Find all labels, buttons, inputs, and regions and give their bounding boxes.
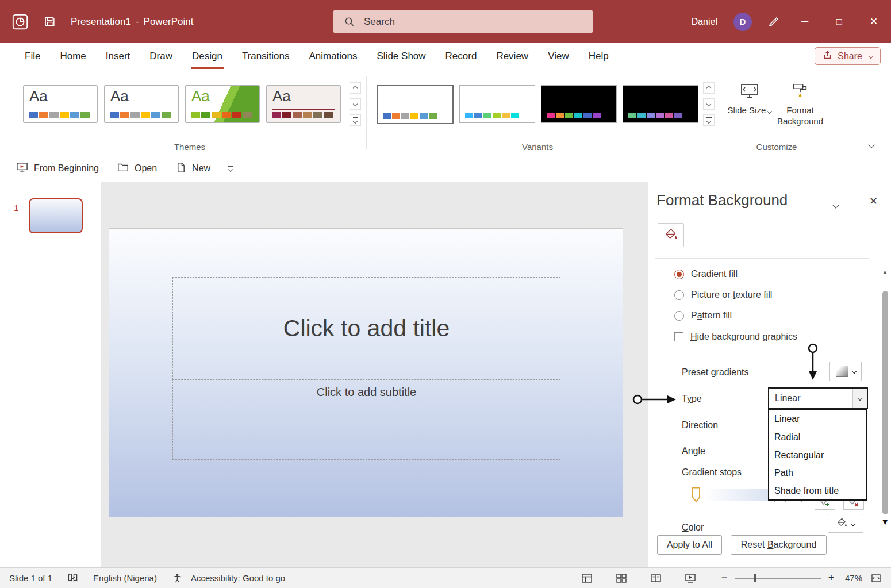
hide-background-graphics-checkbox[interactable]: Hide background graphics bbox=[674, 332, 797, 342]
variant-thumbnail-2[interactable] bbox=[459, 85, 535, 123]
themes-more-icon[interactable] bbox=[350, 114, 361, 126]
collapse-ribbon-icon[interactable] bbox=[866, 140, 877, 149]
menu-item-linear[interactable]: Linear bbox=[769, 410, 866, 428]
accessibility-status[interactable]: Accessibility: Good to go bbox=[191, 573, 285, 583]
accessibility-icon bbox=[172, 572, 183, 583]
variant-thumbnail-1[interactable] bbox=[377, 85, 454, 124]
tab-animations[interactable]: Animations bbox=[299, 43, 367, 69]
theme-thumbnail-4[interactable]: Aa bbox=[266, 85, 341, 123]
variants-scroll-down-icon[interactable] bbox=[703, 98, 715, 110]
new-button[interactable]: New bbox=[166, 155, 220, 182]
color-label: Color bbox=[682, 522, 704, 533]
slide-show-view-icon[interactable] bbox=[684, 572, 697, 584]
zoom-slider[interactable] bbox=[735, 578, 821, 579]
apply-to-all-button[interactable]: Apply to All bbox=[657, 535, 722, 555]
tab-view[interactable]: View bbox=[538, 43, 579, 69]
theme-preview-text: Aa bbox=[110, 87, 129, 105]
theme-thumbnail-3[interactable]: Aa bbox=[185, 85, 260, 123]
tab-home[interactable]: Home bbox=[50, 43, 95, 69]
subtitle-placeholder[interactable]: Click to add subtitle bbox=[172, 379, 560, 460]
pane-collapse-icon[interactable] bbox=[834, 199, 838, 210]
preset-gradients-dropdown[interactable] bbox=[829, 362, 862, 381]
menu-item-radial[interactable]: Radial bbox=[769, 428, 866, 446]
normal-view-icon[interactable] bbox=[581, 572, 593, 584]
scroll-up-icon[interactable]: ▲ bbox=[882, 268, 888, 275]
tab-design[interactable]: Design bbox=[182, 43, 232, 69]
fit-slide-to-window-icon[interactable] bbox=[870, 572, 882, 584]
pattern-fill-radio[interactable]: Pattern fill bbox=[674, 310, 732, 321]
powerpoint-logo-icon[interactable] bbox=[11, 13, 29, 30]
themes-group-label: Themes bbox=[17, 142, 362, 152]
themes-scroll-down-icon[interactable] bbox=[350, 98, 361, 110]
tab-review[interactable]: Review bbox=[486, 43, 538, 69]
fill-tab-button[interactable] bbox=[658, 223, 684, 247]
variant-thumbnail-4[interactable] bbox=[623, 85, 698, 123]
type-combobox[interactable]: Linear bbox=[768, 387, 868, 409]
slide-thumbnail-panel: 1 bbox=[0, 182, 101, 568]
format-background-button[interactable]: Format Background bbox=[776, 82, 824, 128]
scroll-down-icon[interactable]: ▼ bbox=[881, 517, 889, 526]
variants-scroll-up-icon[interactable] bbox=[703, 82, 715, 94]
variant-thumbnail-3[interactable] bbox=[541, 85, 617, 123]
menu-item-rectangular[interactable]: Rectangular bbox=[769, 446, 866, 464]
theme-thumbnail-1[interactable]: Aa bbox=[23, 85, 98, 123]
zoom-in-button[interactable]: + bbox=[827, 572, 835, 584]
themes-scroll-up-icon[interactable] bbox=[350, 82, 361, 94]
slide[interactable]: Click to add title Click to add subtitle bbox=[109, 229, 623, 517]
title-separator: - bbox=[136, 16, 139, 28]
pane-title: Format Background bbox=[656, 191, 788, 209]
share-button[interactable]: Share bbox=[815, 47, 881, 65]
type-dropdown-menu: Linear Radial Rectangular Path Shade fro… bbox=[768, 409, 867, 501]
chevron-down-icon bbox=[767, 109, 772, 114]
reading-view-icon[interactable] bbox=[650, 572, 662, 584]
tab-draw[interactable]: Draw bbox=[140, 43, 182, 69]
variants-group-label: Variants bbox=[374, 142, 701, 152]
title-placeholder[interactable]: Click to add title bbox=[172, 277, 560, 380]
close-button[interactable]: ✕ bbox=[865, 16, 883, 28]
spell-check-icon[interactable] bbox=[67, 572, 78, 583]
toolbar-overflow-icon[interactable] bbox=[224, 165, 236, 172]
radio-unchecked-icon bbox=[674, 290, 684, 300]
variants-more-icon[interactable] bbox=[703, 114, 715, 126]
gradient-fill-radio[interactable]: Gradient fill bbox=[674, 269, 738, 279]
slide-sorter-view-icon[interactable] bbox=[615, 572, 628, 584]
picture-or-texture-fill-radio[interactable]: Picture or texture fill bbox=[674, 290, 772, 300]
tab-slide-show[interactable]: Slide Show bbox=[367, 43, 436, 69]
gradient-stop-handle-selected[interactable] bbox=[692, 487, 701, 502]
from-beginning-button[interactable]: From Beginning bbox=[7, 155, 108, 182]
zoom-slider-thumb[interactable] bbox=[754, 574, 756, 582]
avatar[interactable]: D bbox=[733, 13, 752, 31]
language-selector[interactable]: English (Nigeria) bbox=[93, 573, 157, 583]
tab-insert[interactable]: Insert bbox=[96, 43, 140, 69]
tab-help[interactable]: Help bbox=[579, 43, 619, 69]
menu-item-path[interactable]: Path bbox=[769, 464, 866, 482]
maximize-button[interactable]: □ bbox=[830, 16, 848, 28]
tab-file[interactable]: File bbox=[15, 43, 50, 69]
menu-item-shade-from-title[interactable]: Shade from title bbox=[769, 482, 866, 499]
reset-background-button[interactable]: Reset Background bbox=[731, 535, 827, 555]
zoom-out-button[interactable]: − bbox=[720, 572, 728, 584]
slideshow-play-icon bbox=[16, 162, 28, 176]
pen-icon[interactable] bbox=[768, 16, 779, 28]
format-background-pane: Format Background ✕ Gradient fill Pictur… bbox=[648, 182, 891, 568]
combobox-arrow-button[interactable] bbox=[852, 389, 867, 408]
save-icon[interactable] bbox=[44, 16, 56, 28]
pane-close-icon[interactable]: ✕ bbox=[869, 195, 878, 207]
tab-transitions[interactable]: Transitions bbox=[232, 43, 299, 69]
open-button[interactable]: Open bbox=[108, 155, 166, 182]
fill-color-dropdown[interactable] bbox=[828, 514, 863, 533]
theme-thumbnail-2[interactable]: Aa bbox=[104, 85, 179, 123]
user-name[interactable]: Daniel bbox=[692, 17, 717, 27]
scrollbar-thumb[interactable] bbox=[882, 291, 888, 514]
tab-record[interactable]: Record bbox=[436, 43, 487, 69]
search-input[interactable]: Search bbox=[333, 10, 593, 33]
slide-size-button[interactable]: Slide Size bbox=[725, 82, 774, 117]
slide-size-icon bbox=[740, 82, 759, 101]
zoom-control: − + 47% bbox=[720, 572, 862, 584]
slide-thumbnail[interactable] bbox=[29, 198, 83, 233]
theme-preview-text: Aa bbox=[29, 87, 48, 105]
search-placeholder: Search bbox=[364, 16, 395, 28]
minimize-button[interactable]: ─ bbox=[796, 16, 814, 28]
zoom-percentage[interactable]: 47% bbox=[842, 573, 862, 583]
paint-bucket-icon bbox=[836, 517, 847, 530]
